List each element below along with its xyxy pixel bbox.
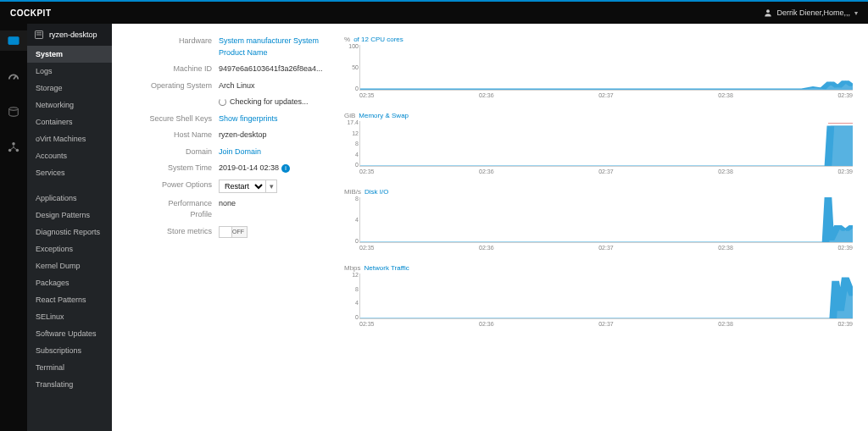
sidebar-item-containers[interactable]: Containers <box>27 113 112 130</box>
metrics-toggle[interactable]: OFF <box>219 226 248 238</box>
val-domain[interactable]: Join Domain <box>219 147 261 156</box>
chart-disk-i-o: MiB/sDisk I/O84002:3502:3602:3702:3802:3… <box>344 188 853 251</box>
sidebar-item-accounts[interactable]: Accounts <box>27 147 112 164</box>
sidebar-menu: SystemLogsStorageNetworkingContainersoVi… <box>27 46 112 393</box>
topbar: COCKPIT Derrik Diener,Home,,, ▾ <box>0 0 868 24</box>
svg-point-3 <box>9 108 19 111</box>
chart-plot: 12840 <box>359 274 853 319</box>
val-hostname: ryzen-desktop <box>219 130 324 141</box>
val-ssh[interactable]: Show fingerprints <box>219 114 278 123</box>
user-name: Derrik Diener,Home,,, <box>776 8 850 17</box>
sidebar-hostname: ryzen-desktop <box>49 30 97 39</box>
lbl-hostname: Host Name <box>146 130 219 141</box>
chart-title[interactable]: Disk I/O <box>364 188 388 196</box>
chart-plot: 100500 <box>359 45 853 91</box>
val-updates: Checking for updates... <box>219 97 324 108</box>
chart-memory-swap: GiBMemory & Swap17.41284002:3502:3602:37… <box>344 112 853 174</box>
chart-title[interactable]: of 12 CPU cores <box>353 36 403 43</box>
system-info: HardwareSystem manufacturer System Produ… <box>146 36 324 340</box>
chart-plot: 840 <box>359 197 853 243</box>
svg-line-2 <box>14 76 16 80</box>
sidebar-item-design-patterns[interactable]: Design Patterns <box>27 207 112 224</box>
chart-title[interactable]: Network Traffic <box>364 264 409 272</box>
lbl-os: Operating System <box>146 80 219 92</box>
lbl-systime: System Time <box>146 163 219 174</box>
lbl-ssh: Secure Shell Keys <box>146 113 219 125</box>
rail-gauge[interactable] <box>0 66 27 86</box>
chart-unit: GiB <box>344 112 355 119</box>
svg-point-4 <box>12 142 15 146</box>
chart-unit: MiB/s <box>344 188 361 196</box>
left-rail <box>0 24 27 431</box>
sidebar-item-system[interactable]: System <box>27 46 112 63</box>
spinner-icon <box>219 98 226 106</box>
chart-unit: Mbps <box>344 264 361 272</box>
sidebar-item-kernel-dump[interactable]: Kernel Dump <box>27 257 112 274</box>
user-menu[interactable]: Derrik Diener,Home,,, ▾ <box>764 8 858 17</box>
chart-plot: 17.412840 <box>359 121 853 167</box>
info-icon[interactable]: i <box>281 164 290 173</box>
main-content: HardwareSystem manufacturer System Produ… <box>112 24 868 431</box>
svg-point-0 <box>767 9 771 13</box>
chart-unit: % <box>344 36 350 43</box>
sidebar-item-software-updates[interactable]: Software Updates <box>27 325 112 342</box>
lbl-machineid: Machine ID <box>146 64 219 75</box>
rail-network[interactable] <box>0 137 27 157</box>
lbl-perf: Performance Profile <box>146 198 219 221</box>
power-dropdown[interactable]: ▾ <box>265 180 277 193</box>
sidebar: ryzen-desktop SystemLogsStorageNetworkin… <box>27 24 112 431</box>
val-os: Arch Linux <box>219 80 324 92</box>
server-icon <box>34 30 44 40</box>
chart-network-traffic: MbpsNetwork Traffic1284002:3502:3602:370… <box>344 264 853 327</box>
sidebar-item-translating[interactable]: Translating <box>27 376 112 393</box>
val-machineid: 9497e6a6103641f3a26f8ea4... <box>219 64 324 75</box>
sidebar-item-storage[interactable]: Storage <box>27 80 112 97</box>
sidebar-item-ovirt-machines[interactable]: oVirt Machines <box>27 130 112 147</box>
rail-dashboard[interactable] <box>0 30 27 51</box>
val-hardware[interactable]: System manufacturer System Product Name <box>219 36 319 57</box>
chevron-down-icon: ▾ <box>854 9 858 17</box>
sidebar-item-diagnostic-reports[interactable]: Diagnostic Reports <box>27 224 112 240</box>
rail-storage[interactable] <box>0 102 27 122</box>
sidebar-item-subscriptions[interactable]: Subscriptions <box>27 342 112 359</box>
sidebar-item-services[interactable]: Services <box>27 164 112 181</box>
lbl-hardware: Hardware <box>146 36 219 58</box>
user-icon <box>764 8 772 17</box>
lbl-metrics: Store metrics <box>146 226 219 238</box>
sidebar-item-packages[interactable]: Packages <box>27 274 112 291</box>
lbl-domain: Domain <box>146 146 219 158</box>
sidebar-item-logs[interactable]: Logs <box>27 63 112 80</box>
sidebar-item-networking[interactable]: Networking <box>27 97 112 113</box>
lbl-power: Power Options <box>146 180 219 193</box>
sidebar-item-exceptions[interactable]: Exceptions <box>27 240 112 257</box>
chart-of-12-cpu-cores: %of 12 CPU cores10050002:3502:3602:3702:… <box>344 36 853 98</box>
val-systime: 2019-01-14 02:38i <box>219 163 324 174</box>
sidebar-item-selinux[interactable]: SELinux <box>27 308 112 325</box>
sidebar-item-react-patterns[interactable]: React Patterns <box>27 291 112 308</box>
sidebar-item-terminal[interactable]: Terminal <box>27 359 112 376</box>
power-select[interactable]: Restart <box>219 180 266 193</box>
svg-rect-1 <box>8 37 19 45</box>
brand: COCKPIT <box>10 8 52 18</box>
charts-column: %of 12 CPU cores10050002:3502:3602:3702:… <box>344 36 853 340</box>
sidebar-host[interactable]: ryzen-desktop <box>27 24 112 46</box>
sidebar-item-applications[interactable]: Applications <box>27 190 112 207</box>
val-perf: none <box>219 198 324 221</box>
chart-title[interactable]: Memory & Swap <box>359 112 409 119</box>
